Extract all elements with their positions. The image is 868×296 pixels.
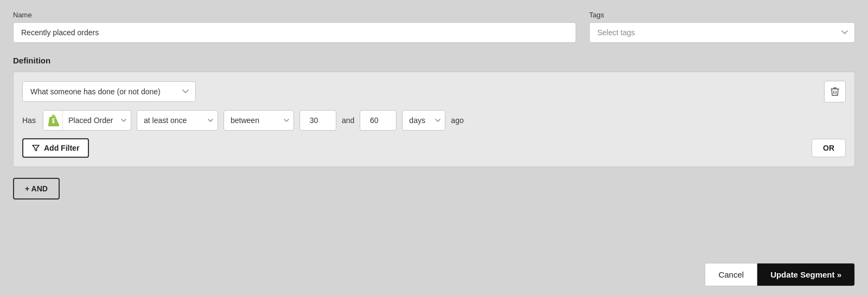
frequency-select[interactable]: at least once [137,110,218,131]
update-segment-button[interactable]: Update Segment » [757,263,854,286]
cancel-label: Cancel [718,270,744,279]
definition-box: What someone has done (or not done) Has [13,72,855,167]
event-select[interactable]: Placed Order [63,112,131,129]
name-input[interactable] [13,22,576,43]
add-filter-button[interactable]: Add Filter [22,138,89,158]
time-unit-select[interactable]: days [402,110,445,131]
trash-icon [831,87,839,96]
or-button[interactable]: OR [812,139,846,157]
and-section: + AND [13,178,855,200]
delete-condition-button[interactable] [824,81,846,102]
definition-title: Definition [13,56,855,65]
cancel-button[interactable]: Cancel [705,263,757,286]
top-row: Name Tags Select tags [13,11,855,43]
time-to-input[interactable] [360,110,397,131]
and-button[interactable]: + AND [13,178,60,200]
and-connector: and [342,116,354,125]
condition-type-select[interactable]: What someone has done (or not done) [22,81,196,102]
filter-icon [32,144,40,152]
and-button-label: + AND [25,184,48,193]
actions-row: Add Filter OR [22,138,846,158]
shopify-icon [43,110,63,131]
tags-select[interactable]: Select tags [589,22,855,43]
or-label: OR [823,144,834,152]
main-content: Name Tags Select tags Definition What so… [0,0,868,200]
footer: Cancel Update Segment » [0,253,868,296]
name-field-group: Name [13,11,576,43]
time-from-input[interactable] [299,110,336,131]
time-qualifier-select[interactable]: between [224,110,294,131]
update-label: Update Segment » [770,270,841,279]
condition-type-row: What someone has done (or not done) [22,81,846,102]
has-label: Has [22,116,37,125]
ago-label: ago [451,116,463,125]
name-label: Name [13,11,576,19]
add-filter-label: Add Filter [44,144,79,152]
filter-row: Has Placed Order at least once [22,110,846,131]
definition-section: Definition What someone has done (or not… [13,56,855,167]
event-select-wrapper: Placed Order [43,110,131,131]
tags-field-group: Tags Select tags [589,11,855,43]
tags-label: Tags [589,11,855,19]
footer-buttons: Cancel Update Segment » [705,263,855,286]
